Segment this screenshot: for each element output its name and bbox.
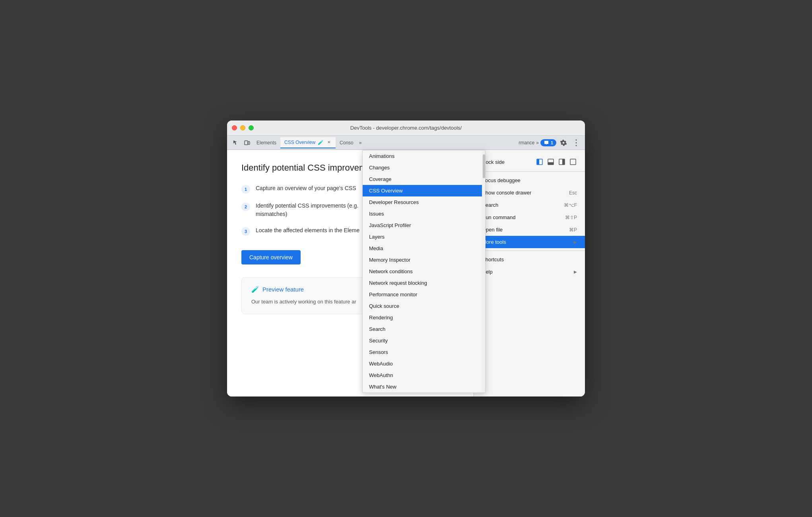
divider-after-more-tools [474,251,585,251]
flask-icon: 🧪 [251,286,259,293]
dropdown-item-sensors[interactable]: Sensors [363,346,485,358]
dropdown-scrollbar[interactable] [482,150,485,393]
title-bar: DevTools - developer.chrome.com/tags/dev… [227,121,585,136]
divider-1 [474,171,585,172]
dropdown-item-developer-resources[interactable]: Developer Resources [363,196,485,208]
chat-icon [544,140,549,146]
dropdown-item-performance-monitor[interactable]: Performance monitor [363,289,485,300]
minimize-window-button[interactable] [240,125,245,130]
svg-rect-10 [562,159,565,165]
dropdown-item-webauthn[interactable]: WebAuthn [363,369,485,381]
step-1-number: 1 [241,185,250,194]
step-1-text: Capture an overview of your page's CSS [256,184,356,192]
context-item-focus-debuggee[interactable]: Focus debuggee [474,174,585,187]
context-item-shortcut-show-console-drawer: Esc [569,190,577,196]
dropdown-item-layers[interactable]: Layers [363,231,485,243]
context-item-more-tools[interactable]: More tools▶ [474,236,585,248]
context-item-search[interactable]: Search⌘⌥F [474,199,585,211]
context-item-shortcut-search: ⌘⌥F [564,202,577,208]
dropdown-item-network-request-blocking[interactable]: Network request blocking [363,277,485,289]
settings-button[interactable] [558,137,569,148]
main-area: Identify potential CSS improvemer 1 Capt… [227,150,585,396]
traffic-lights [232,125,254,130]
tab-close-button[interactable]: ✕ [326,140,332,145]
svg-rect-8 [548,162,554,165]
context-item-run-command[interactable]: Run command⌘⇧P [474,211,585,224]
dropdown-list: AnimationsChangesCoverageCSS OverviewDev… [363,150,485,393]
svg-rect-1 [248,142,250,144]
dropdown-item-javascript-profiler[interactable]: JavaScript Profiler [363,220,485,231]
dropdown-item-coverage[interactable]: Coverage [363,173,485,185]
devtools-window: DevTools - developer.chrome.com/tags/dev… [227,121,585,396]
context-item-help[interactable]: Help▶ [474,266,585,278]
context-item-label-focus-debuggee: Focus debuggee [482,177,521,183]
dropdown-item-rendering[interactable]: Rendering [363,312,485,323]
step-2-text: Identify potential CSS improvements (e.g… [256,202,358,218]
context-item-arrow-help: ▶ [574,270,577,274]
dropdown-item-network-conditions[interactable]: Network conditions [363,266,485,277]
context-item-open-file[interactable]: Open file⌘P [474,224,585,236]
window-title: DevTools - developer.chrome.com/tags/dev… [350,125,462,131]
more-tools-dropdown: AnimationsChangesCoverageCSS OverviewDev… [362,150,486,393]
tab-elements[interactable]: Elements [253,137,280,148]
chat-badge[interactable]: 1 [540,139,556,146]
gear-icon [560,139,567,146]
context-item-label-show-console-drawer: Show console drawer [482,190,531,196]
dropdown-item-changes[interactable]: Changes [363,162,485,173]
dock-bottom-icon[interactable] [547,158,555,166]
svg-rect-0 [245,141,248,145]
step-3-number: 3 [241,227,250,236]
dropdown-item-issues[interactable]: Issues [363,208,485,220]
tab-bar-right: rmance » 1 [519,137,582,148]
tab-bar: Elements CSS Overview 🧪 ✕ Conso » rmance… [227,136,585,150]
step-3-text: Locate the affected elements in the Elem… [256,226,359,235]
svg-point-2 [576,139,577,140]
dropdown-item-whats-new[interactable]: What's New [363,381,485,393]
dock-side-row: Dock side [474,155,585,169]
dock-icons [536,158,577,166]
inspect-element-icon[interactable] [230,137,241,148]
more-options-button[interactable] [571,137,582,148]
context-item-label-run-command: Run command [482,214,516,220]
tab-console[interactable]: Conso [336,137,357,148]
maximize-window-button[interactable] [249,125,254,130]
dock-side-label: Dock side [482,159,531,165]
dock-right-icon[interactable] [558,158,566,166]
context-item-shortcuts[interactable]: Shortcuts [474,253,585,266]
dropdown-item-memory-inspector[interactable]: Memory Inspector [363,254,485,266]
svg-rect-11 [570,159,576,165]
context-item-label-more-tools: More tools [482,239,506,245]
context-item-show-console-drawer[interactable]: Show console drawerEsc [474,187,585,199]
scrollbar-thumb [483,154,485,178]
right-panel-items: Focus debuggeeShow console drawerEscSear… [474,174,585,278]
expand-tabs-button[interactable]: » [536,140,539,146]
svg-rect-6 [537,159,539,165]
device-toolbar-icon[interactable] [241,137,253,148]
right-panel: Dock side [474,150,585,396]
flask-tab-icon: 🧪 [318,140,324,145]
context-item-arrow-more-tools: ▶ [574,240,577,244]
dropdown-item-css-overview[interactable]: CSS Overview [363,185,485,196]
dropdown-item-search[interactable]: Search [363,323,485,335]
tab-elements-label: Elements [256,140,276,146]
dropdown-item-security[interactable]: Security [363,335,485,346]
badge-count: 1 [551,140,553,145]
dropdown-item-webaudio[interactable]: WebAudio [363,358,485,369]
capture-overview-button[interactable]: Capture overview [241,250,301,264]
dropdown-item-media[interactable]: Media [363,243,485,254]
context-item-shortcut-run-command: ⌘⇧P [565,215,577,220]
preview-title-text: Preview feature [262,286,304,293]
more-tabs-button[interactable]: » [359,140,362,146]
svg-point-3 [576,142,577,143]
tab-console-label: Conso [340,140,354,146]
dock-undock-icon[interactable] [569,158,577,166]
svg-point-4 [576,145,577,146]
dropdown-item-quick-source[interactable]: Quick source [363,300,485,312]
step-2-number: 2 [241,202,250,211]
tab-css-overview[interactable]: CSS Overview 🧪 ✕ [280,137,336,148]
close-window-button[interactable] [232,125,237,130]
performance-tab[interactable]: rmance [519,140,534,146]
tab-css-overview-label: CSS Overview [284,140,315,145]
dropdown-item-animations[interactable]: Animations [363,150,485,162]
dock-separate-icon[interactable] [536,158,544,166]
